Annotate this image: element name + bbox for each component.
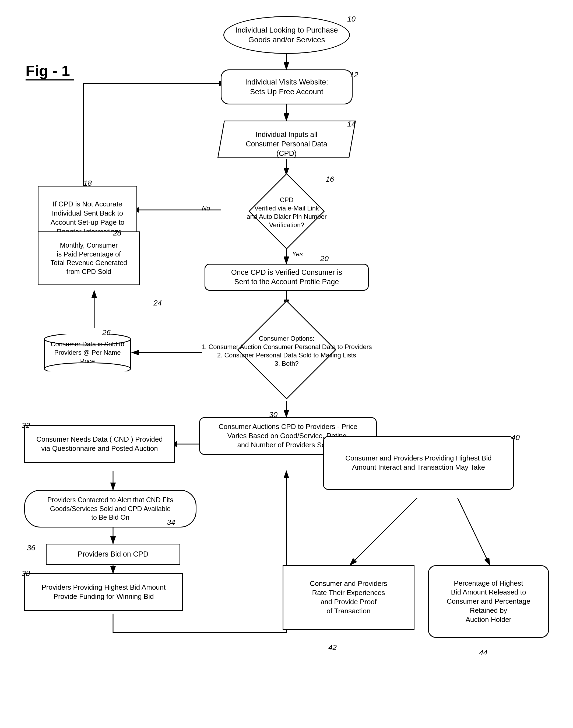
node-44: Percentage of Highest Bid Amount Release… bbox=[428, 565, 549, 638]
svg-line-15 bbox=[350, 498, 417, 565]
ref-34: 34 bbox=[167, 518, 175, 527]
fig-label: Fig - 1 bbox=[25, 62, 70, 80]
node-40: Consumer and Providers Providing Highest… bbox=[323, 436, 514, 490]
ref-30: 30 bbox=[269, 410, 277, 419]
node-42: Consumer and Providers Rate Their Experi… bbox=[282, 565, 414, 630]
label-no: No bbox=[202, 205, 210, 212]
fig-underline bbox=[25, 80, 74, 81]
ref-28: 28 bbox=[113, 229, 121, 238]
ref-38: 38 bbox=[21, 569, 30, 578]
ref-12: 12 bbox=[350, 70, 358, 79]
ref-14: 14 bbox=[347, 120, 356, 128]
node-24: Consumer Options: 1. Consumer Auction Co… bbox=[169, 296, 404, 404]
node-10: Individual Looking to Purchase Goods and… bbox=[223, 16, 350, 54]
label-yes: Yes bbox=[292, 250, 303, 258]
ref-10: 10 bbox=[347, 15, 356, 23]
node-20: Once CPD is Verified Consumer is Sent to… bbox=[205, 264, 369, 291]
ref-20-marker: 20 bbox=[320, 254, 329, 263]
ref-18: 18 bbox=[84, 179, 92, 188]
ref-24: 24 bbox=[153, 299, 162, 307]
node-28: Monthly, Consumer is Paid Percentage of … bbox=[38, 231, 140, 285]
node-14: Individual Inputs all Consumer Personal … bbox=[221, 120, 353, 158]
node-12: Individual Visits Website: Sets Up Free … bbox=[221, 69, 353, 104]
flowchart-diagram: Fig - 1 Individual Looking to Purchase G… bbox=[0, 0, 573, 728]
node-32: Consumer Needs Data ( CND ) Provided via… bbox=[24, 425, 175, 463]
ref-44: 44 bbox=[479, 648, 487, 657]
ref-40: 40 bbox=[511, 433, 520, 442]
ref-32: 32 bbox=[21, 421, 30, 430]
ref-36: 36 bbox=[27, 543, 35, 552]
node-16: CPD Verified via e-Mail Link and Auto Di… bbox=[213, 172, 361, 250]
node-36: Providers Bid on CPD bbox=[46, 543, 180, 565]
svg-line-16 bbox=[458, 498, 490, 565]
node-38: Providers Providing Highest Bid Amount P… bbox=[24, 573, 183, 611]
ref-16: 16 bbox=[326, 175, 334, 184]
ref-26: 26 bbox=[102, 328, 111, 337]
ref-42: 42 bbox=[328, 643, 337, 652]
node-26: Consumer Data is Sold to Providers @ Per… bbox=[43, 334, 132, 371]
